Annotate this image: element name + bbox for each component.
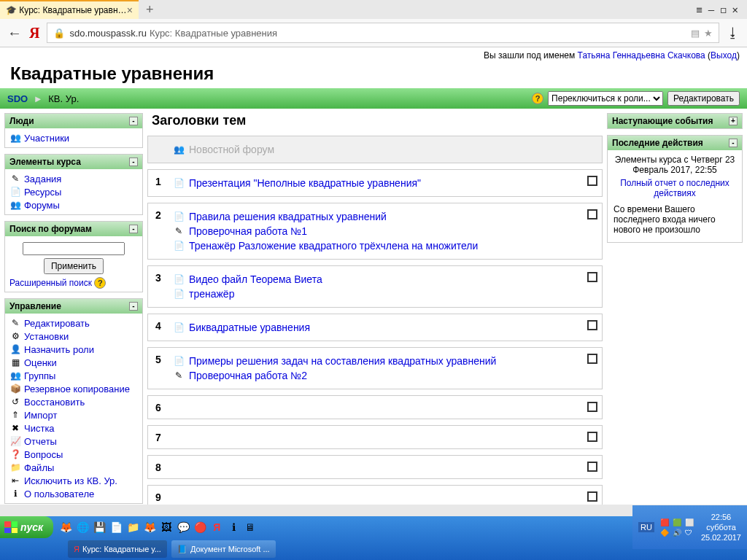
new-tab-button[interactable]: + xyxy=(139,2,161,18)
ql-icon[interactable]: Я xyxy=(210,521,223,534)
topic-section: 2📄Правила решения квадратных уравнений✎П… xyxy=(147,203,603,260)
tray-icon[interactable]: ⬜ xyxy=(685,518,695,526)
taskbar-task[interactable]: ЯКурс: Квадратные у... xyxy=(68,540,167,558)
language-indicator[interactable]: RU xyxy=(638,522,654,532)
ql-icon[interactable]: 🌐 xyxy=(76,521,89,534)
block-item[interactable]: 📁Файлы xyxy=(9,461,138,474)
block-item[interactable]: 📈Отчеты xyxy=(9,435,138,448)
topic-checkbox-icon[interactable] xyxy=(587,432,597,442)
edit-button[interactable]: Редактировать xyxy=(667,91,740,106)
advanced-search-link[interactable]: Расширенный поиск xyxy=(9,278,92,288)
expand-icon[interactable]: + xyxy=(729,117,738,125)
collapse-icon[interactable]: - xyxy=(129,225,138,233)
search-submit-button[interactable]: Применить xyxy=(44,258,104,274)
address-bar[interactable]: 🔒 sdo.mouspassk.ru Курс: Квадратные урав… xyxy=(47,23,719,43)
topic-number: 2 xyxy=(148,203,170,259)
activity-item[interactable]: 📄Презентация "Неполные квадратные уравне… xyxy=(173,176,577,190)
block-item[interactable]: ▦Оценки xyxy=(9,356,138,369)
minimize-icon[interactable]: — xyxy=(708,4,714,15)
topic-section: 5📄Примеры решения задач на составления к… xyxy=(147,347,603,389)
activity-item[interactable]: 📄Видео файл Теорема Виета xyxy=(173,272,577,287)
ql-icon[interactable]: 🦊 xyxy=(143,521,156,534)
item-icon: 📄 xyxy=(9,186,21,198)
ql-icon[interactable]: ℹ xyxy=(227,521,240,534)
topic-checkbox-icon[interactable] xyxy=(587,176,597,186)
activity-icon: 📄 xyxy=(173,273,185,285)
page-viewport: Вы зашли под именем Татьяна Геннадьевна … xyxy=(0,47,747,505)
tray-icon[interactable]: 🛡 xyxy=(685,529,695,537)
help-icon[interactable]: ? xyxy=(532,93,543,104)
collapse-icon[interactable]: - xyxy=(129,117,138,125)
topic-checkbox-icon[interactable] xyxy=(587,491,597,502)
role-select[interactable]: Переключиться к роли... xyxy=(548,91,663,106)
help-icon[interactable]: ? xyxy=(94,277,106,289)
block-item[interactable]: ✎Редактировать xyxy=(9,316,138,330)
activity-icon: ✎ xyxy=(173,370,185,381)
logout-link[interactable]: Выход xyxy=(711,50,737,61)
ql-icon[interactable]: 📄 xyxy=(109,521,123,534)
block-item[interactable]: 👥Участники xyxy=(9,131,138,144)
translate-icon[interactable]: ▤ xyxy=(691,28,700,39)
breadcrumb-home[interactable]: SDO xyxy=(7,93,28,104)
ql-icon[interactable]: 💬 xyxy=(177,521,190,534)
block-item[interactable]: 👤Назначить роли xyxy=(9,343,138,356)
ql-icon[interactable]: 📁 xyxy=(126,521,139,534)
block-recent: Последние действия- Элементы курса с Чет… xyxy=(607,135,743,243)
topic-checkbox-icon[interactable] xyxy=(587,354,597,364)
block-item[interactable]: ⇑Импорт xyxy=(9,408,138,421)
tab-close-icon[interactable]: × xyxy=(127,4,133,16)
block-item[interactable]: ⇤Исключить из КВ. Ур. xyxy=(9,474,138,487)
ql-icon[interactable]: 💾 xyxy=(93,521,106,534)
block-item[interactable]: ⚙Установки xyxy=(9,330,138,343)
yandex-logo[interactable]: Я xyxy=(29,25,39,42)
downloads-icon[interactable]: ⭳ xyxy=(727,26,740,41)
block-item[interactable]: ✎Задания xyxy=(9,172,138,185)
back-button[interactable]: ← xyxy=(7,25,22,42)
topic-checkbox-icon[interactable] xyxy=(587,462,597,472)
collapse-icon[interactable]: - xyxy=(729,139,738,147)
activity-item[interactable]: 📄Правила решения квадратных уравнений xyxy=(173,209,577,224)
block-item[interactable]: ↺Восстановить xyxy=(9,395,138,408)
topic-checkbox-icon[interactable] xyxy=(587,320,597,330)
tray-icon[interactable]: 🔶 xyxy=(660,529,670,537)
activity-item[interactable]: ✎Проверочная работа №1 xyxy=(173,224,577,238)
block-item[interactable]: 📦Резервное копирование xyxy=(9,382,138,395)
topic-checkbox-icon[interactable] xyxy=(587,272,597,282)
ql-icon[interactable]: 🖼 xyxy=(160,521,173,534)
start-button[interactable]: пуск xyxy=(0,516,53,538)
forum-search-input[interactable] xyxy=(23,242,125,255)
block-item[interactable]: 👥Форумы xyxy=(9,198,138,211)
block-item[interactable]: ℹО пользователе xyxy=(9,487,138,500)
activity-item[interactable]: 📄Примеры решения задач на составления кв… xyxy=(173,354,577,368)
full-report-link[interactable]: Полный отчет о последних действиях xyxy=(620,178,729,198)
activity-item[interactable]: 📄Биквадратные уравнения xyxy=(173,320,577,335)
block-search: Поиск по форумам- Применить Расширенный … xyxy=(4,221,143,292)
ql-icon[interactable]: 🔴 xyxy=(193,521,206,534)
block-item[interactable]: 📄Ресурсы xyxy=(9,185,138,198)
collapse-icon[interactable]: - xyxy=(129,302,138,311)
topic-section: 👥Новостной форум xyxy=(147,136,603,163)
topic-section: 8 xyxy=(147,455,603,479)
user-profile-link[interactable]: Татьяна Геннадьевна Скачкова xyxy=(578,50,705,61)
ql-icon[interactable]: 🖥 xyxy=(244,521,257,534)
menu-icon[interactable]: ≡ xyxy=(696,4,702,15)
browser-tab[interactable]: 🎓 Курс: Квадратные уравн… × xyxy=(0,0,139,19)
block-item[interactable]: ❓Вопросы xyxy=(9,448,138,461)
tray-icon[interactable]: 🟩 xyxy=(673,518,683,526)
bookmark-icon[interactable]: ★ xyxy=(704,28,713,39)
block-item[interactable]: ✖Чистка xyxy=(9,421,138,435)
close-icon[interactable]: ✕ xyxy=(732,4,738,15)
topic-checkbox-icon[interactable] xyxy=(587,402,597,412)
activity-item[interactable]: 📄Тренажёр Разложение квадратного трёхчле… xyxy=(173,238,577,253)
block-item[interactable]: 👥Группы xyxy=(9,369,138,382)
activity-item[interactable]: ✎Проверочная работа №2 xyxy=(173,368,577,383)
topic-checkbox-icon[interactable] xyxy=(587,209,597,219)
maximize-icon[interactable]: ◻ xyxy=(720,4,726,15)
activity-item[interactable]: 👥Новостной форум xyxy=(173,142,577,157)
tray-icon[interactable]: 🔊 xyxy=(673,529,683,537)
tray-icon[interactable]: 🟥 xyxy=(660,518,670,526)
ql-icon[interactable]: 🦊 xyxy=(59,521,72,534)
taskbar-task[interactable]: 📘Документ Microsoft ... xyxy=(171,540,276,558)
activity-item[interactable]: 📄тренажёр xyxy=(173,287,577,301)
collapse-icon[interactable]: - xyxy=(129,158,138,166)
